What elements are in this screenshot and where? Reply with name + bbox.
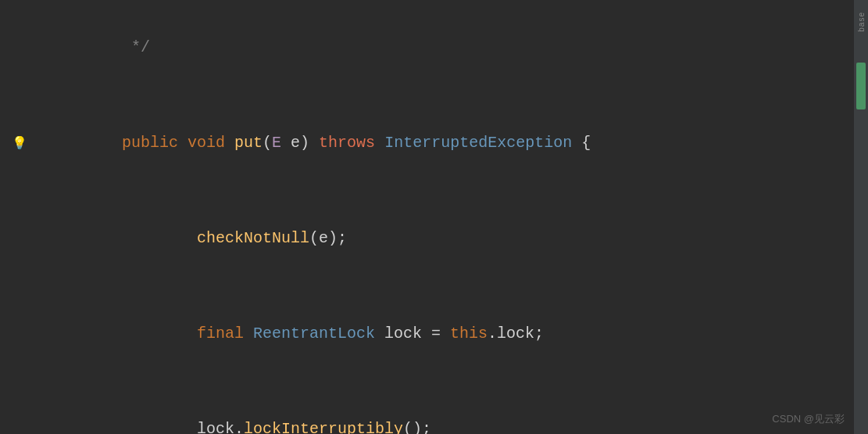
type-reentrantlock: ReentrantLock bbox=[253, 325, 384, 343]
indent-3: lock. bbox=[122, 420, 244, 434]
kw-public: public bbox=[122, 134, 188, 152]
kw-void: void bbox=[188, 134, 234, 152]
gutter-bulb: 💡 bbox=[0, 135, 39, 151]
scrollbar-thumb[interactable] bbox=[856, 63, 866, 109]
param-e-var: e) bbox=[281, 134, 319, 152]
code-check-not-null: checkNotNull(e); bbox=[39, 194, 854, 283]
indent-1 bbox=[122, 229, 197, 247]
line-final-lock: final ReentrantLock lock = this.lock; bbox=[0, 286, 854, 382]
watermark: CSDN @见云彩 bbox=[772, 412, 845, 426]
code-comment: */ bbox=[39, 3, 854, 92]
line-comment: */ bbox=[0, 0, 854, 95]
code-editor: */ 💡 public void put(E e) throws Interru… bbox=[0, 0, 868, 434]
var-lock: lock = bbox=[384, 325, 450, 343]
line-check-not-null: checkNotNull(e); bbox=[0, 191, 854, 286]
scrollbar-label: base bbox=[857, 12, 866, 32]
comment-text: */ bbox=[122, 38, 150, 56]
code-content: */ 💡 public void put(E e) throws Interru… bbox=[0, 0, 854, 434]
scrollbar[interactable]: base bbox=[854, 0, 868, 434]
line-lock-interruptibly: lock.lockInterruptibly(); bbox=[0, 382, 854, 434]
indent-2 bbox=[122, 325, 197, 343]
check-args: (e); bbox=[309, 229, 347, 247]
code-final-lock: final ReentrantLock lock = this.lock; bbox=[39, 289, 854, 378]
method-lockinterruptibly: lockInterruptibly bbox=[244, 420, 403, 434]
lock-call-end: (); bbox=[403, 420, 431, 434]
kw-this: this bbox=[450, 325, 488, 343]
method-checknotnull: checkNotNull bbox=[197, 229, 309, 247]
kw-throws: throws bbox=[319, 134, 384, 152]
exception-name: InterruptedException bbox=[384, 134, 572, 152]
bulb-icon: 💡 bbox=[12, 135, 27, 151]
paren-open: ( bbox=[263, 134, 272, 152]
method-put: put bbox=[234, 134, 263, 152]
code-lock-interruptibly: lock.lockInterruptibly(); bbox=[39, 385, 854, 434]
code-method-sig: public void put(E e) throws InterruptedE… bbox=[39, 99, 854, 188]
line-method-signature: 💡 public void put(E e) throws Interrupte… bbox=[0, 95, 854, 191]
this-lock: .lock; bbox=[488, 325, 544, 343]
open-brace-method: { bbox=[572, 134, 591, 152]
kw-final: final bbox=[197, 325, 253, 343]
param-e-type: E bbox=[272, 134, 281, 152]
